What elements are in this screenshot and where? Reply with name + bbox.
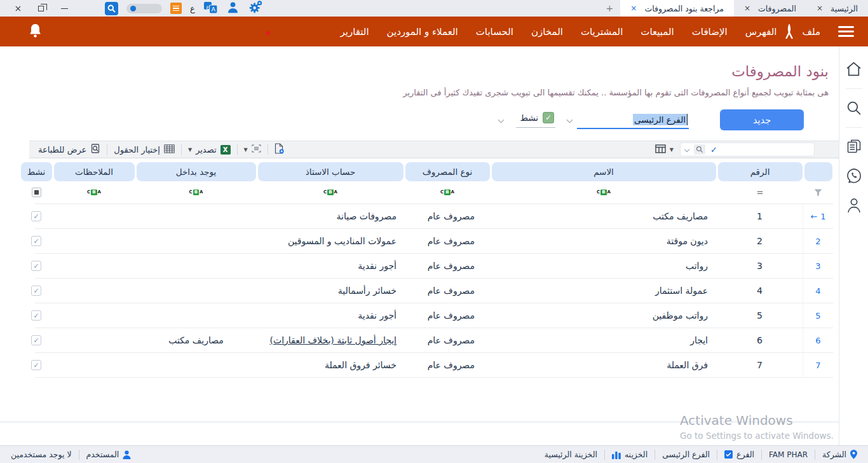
- status-item[interactable]: الخزينه: [605, 450, 654, 459]
- column-header-8[interactable]: نشط: [21, 162, 52, 181]
- cell-notes: [53, 279, 135, 303]
- table-row[interactable]: 77فرق العملةمصروف عامخسائر فروق العملة✓: [35, 353, 833, 378]
- active-row-checkbox[interactable]: ✓: [31, 286, 41, 296]
- table-row[interactable]: 22ديون موقتةمصروف عامعمولات المناديب و ا…: [35, 229, 833, 254]
- filter-select-all-checkbox[interactable]: [20, 181, 53, 204]
- magnifier-icon[interactable]: [694, 144, 705, 155]
- filter-funnel-icon[interactable]: [803, 181, 833, 204]
- profile-icon[interactable]: [844, 195, 864, 214]
- documents-icon[interactable]: [844, 137, 864, 156]
- table-row[interactable]: ←11مصاريف مكتبمصروف عاممصروفات صيانة✓: [35, 204, 833, 229]
- selection-box-button[interactable]: ▼: [244, 144, 261, 155]
- chevron-down-icon[interactable]: [498, 117, 505, 123]
- filter-abc-icon[interactable]: ABC: [53, 181, 135, 204]
- search-icon[interactable]: [844, 98, 864, 117]
- menu-item-4[interactable]: المبيعات: [632, 26, 682, 38]
- column-header-6[interactable]: يوجد بداخل: [137, 162, 256, 181]
- chevron-down-icon[interactable]: [567, 117, 573, 123]
- menu-item-9[interactable]: التقارير: [331, 26, 377, 38]
- close-window-icon[interactable]: ×: [12, 3, 24, 14]
- toggle-switch[interactable]: [126, 4, 162, 13]
- hamburger-menu-icon[interactable]: [829, 26, 863, 37]
- menu-item-6[interactable]: المخازن: [522, 26, 572, 38]
- filter-abc-icon[interactable]: ABC: [257, 181, 404, 204]
- column-header-7[interactable]: الملاحظات: [54, 162, 135, 181]
- cell-exists-inside: [135, 303, 257, 328]
- home-icon[interactable]: [844, 59, 864, 78]
- status-item[interactable]: الشركة: [815, 450, 864, 459]
- filter-abc-icon[interactable]: ABC: [135, 181, 257, 204]
- active-row-checkbox[interactable]: ✓: [31, 335, 41, 345]
- status-item[interactable]: FAM PHAR: [762, 450, 815, 459]
- status-item[interactable]: الخزينة الرئيسية: [538, 450, 604, 459]
- active-row-checkbox[interactable]: ✓: [31, 211, 41, 221]
- column-header-3[interactable]: الاسم: [492, 162, 716, 181]
- tab-1[interactable]: الرئيسية×: [806, 0, 868, 17]
- layout-chooser-button[interactable]: ▼: [655, 144, 674, 155]
- table-row[interactable]: 44عمولة استثمارمصروف عامخسائر رأسمالية✓: [35, 279, 833, 303]
- column-header-4[interactable]: نوع المصروف: [405, 162, 490, 181]
- menu-item-7[interactable]: الحسابات: [467, 26, 522, 38]
- row-index[interactable]: 4: [803, 279, 833, 303]
- filter-abc-icon[interactable]: ABC: [491, 181, 717, 204]
- menu-item-1[interactable]: ملف: [793, 26, 829, 38]
- table-row[interactable]: 55رواتب موظفينمصروف عامأجور نقدية✓: [35, 303, 833, 328]
- tab-close-icon[interactable]: ×: [630, 4, 637, 13]
- cell-number: 1: [717, 204, 803, 228]
- active-row-checkbox[interactable]: ✓: [31, 236, 41, 246]
- branch-select[interactable]: الفرع الرئيسى: [577, 111, 689, 129]
- row-index[interactable]: 2: [803, 229, 833, 253]
- table-row[interactable]: 66ايجارمصروف عامإيجار أصول ثابتة (بخلاف …: [35, 328, 833, 353]
- status-item[interactable]: الفرع الرئيسى: [655, 450, 717, 459]
- column-header-2[interactable]: الرقم: [718, 162, 803, 181]
- print-preview-button[interactable]: عرض للطباعة: [38, 144, 100, 156]
- status-item[interactable]: المستخدم: [79, 450, 139, 459]
- active-row-checkbox[interactable]: ✓: [31, 261, 41, 271]
- search-icon[interactable]: [105, 2, 118, 15]
- column-header-empty[interactable]: [804, 162, 832, 181]
- status-item[interactable]: الفرع: [717, 450, 761, 459]
- new-button[interactable]: جديد: [720, 109, 804, 130]
- minimize-window-icon[interactable]: [59, 3, 71, 14]
- active-row-checkbox[interactable]: ✓: [31, 310, 41, 321]
- choose-fields-button[interactable]: إختيار الحقول: [114, 144, 175, 155]
- menu-item-3[interactable]: الإضافات: [683, 26, 736, 38]
- user-icon[interactable]: [226, 1, 240, 16]
- tab-close-icon[interactable]: ×: [744, 4, 750, 13]
- apply-check-icon[interactable]: ✓: [710, 145, 717, 155]
- tab-3[interactable]: مراجعة بنود المصروفات×: [620, 0, 734, 17]
- row-index[interactable]: 7: [803, 353, 833, 377]
- menu-item-5[interactable]: المشتريات: [572, 26, 632, 38]
- list-icon[interactable]: [170, 3, 182, 14]
- export-button[interactable]: X تصدير ▼: [188, 145, 231, 155]
- filter-equals-icon[interactable]: =: [717, 181, 803, 204]
- cell-notes: [53, 328, 135, 352]
- menu-items: ملفالفهرسالإضافاتالمبيعاتالمشترياتالمخاز…: [0, 17, 868, 46]
- gear-icon[interactable]: [248, 0, 262, 17]
- table-search-input[interactable]: ✓: [680, 142, 815, 156]
- new-tab-button[interactable]: +: [599, 0, 620, 17]
- menu-item-8[interactable]: العملاء و الموردين: [378, 26, 467, 38]
- row-index[interactable]: ←1: [803, 204, 833, 228]
- whatsapp-icon[interactable]: [844, 166, 864, 185]
- tab-close-icon[interactable]: ×: [817, 4, 823, 13]
- table-row[interactable]: 33رواتبمصروف عامأجور نقدية✓: [35, 254, 833, 279]
- tab-2[interactable]: المصروفات×: [734, 0, 806, 17]
- row-index[interactable]: 6: [803, 328, 833, 352]
- filter-abc-icon[interactable]: ABC: [404, 181, 491, 204]
- status-item[interactable]: لا يوجد مستخدمين: [4, 450, 79, 459]
- chevron-down-icon[interactable]: [684, 147, 689, 152]
- active-checkbox[interactable]: ✓: [543, 112, 554, 123]
- row-index[interactable]: 3: [803, 254, 833, 278]
- add-document-button[interactable]: [275, 143, 285, 156]
- translate-icon[interactable]: عA: [203, 1, 218, 16]
- language-letter[interactable]: ع: [190, 4, 195, 13]
- active-filter[interactable]: ✓ نشط: [516, 112, 555, 128]
- notifications-bell-icon[interactable]: [27, 22, 44, 42]
- restore-window-icon[interactable]: [36, 3, 47, 14]
- active-row-checkbox[interactable]: ✓: [31, 360, 41, 370]
- menu-item-2[interactable]: الفهرس: [736, 26, 786, 38]
- cell-ledger-account[interactable]: إيجار أصول ثابتة (بخلاف العقارات): [257, 328, 404, 352]
- column-header-5[interactable]: حساب الاستاذ: [258, 162, 403, 181]
- row-index[interactable]: 5: [803, 303, 833, 328]
